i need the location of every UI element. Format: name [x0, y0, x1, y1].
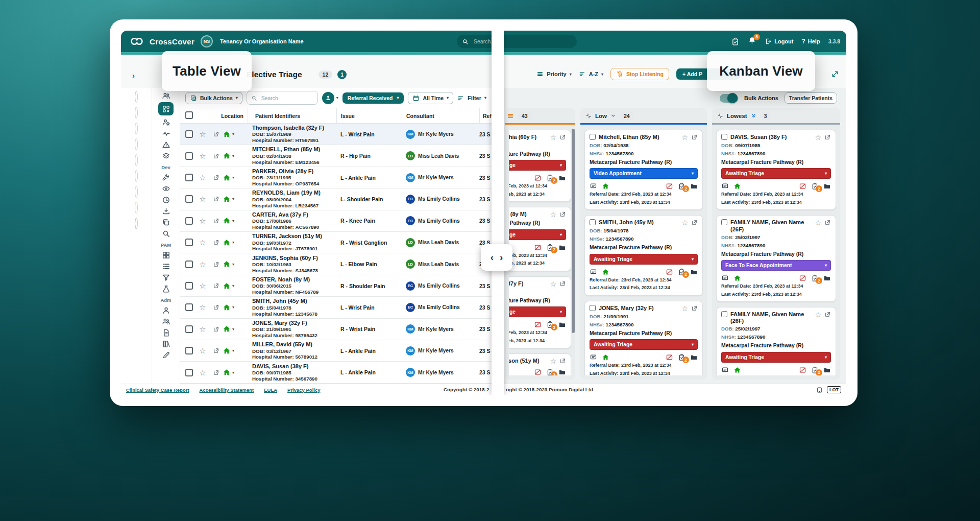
bulk-actions-button[interactable]: Bulk Actions ▾: [185, 92, 242, 104]
table-search[interactable]: [247, 91, 318, 105]
patient-card[interactable]: (37y F) ☆ 0 cture Pathway (R): [509, 276, 571, 348]
status-dropdown[interactable]: Face To Face Appointment ▾: [721, 260, 831, 271]
location-dropdown[interactable]: ▾: [223, 152, 245, 160]
patient-card[interactable]: DAVIS, Susan (38y F) ☆ DOB: 09/07/1985 N…: [716, 130, 836, 210]
star-icon[interactable]: ☆: [199, 260, 206, 268]
location-dropdown[interactable]: ▾: [223, 260, 245, 268]
library-icon[interactable]: [162, 338, 170, 349]
star-icon[interactable]: ☆: [550, 134, 556, 141]
activity-icon[interactable]: [158, 128, 174, 139]
team-icon[interactable]: [162, 316, 170, 327]
attachments-clipboard[interactable]: 2: [811, 182, 819, 190]
row-checkbox[interactable]: [185, 195, 193, 203]
column-scrollbar[interactable]: [572, 129, 575, 333]
avatar-item[interactable]: [134, 202, 139, 214]
folder-icon[interactable]: [558, 368, 566, 375]
home-icon[interactable]: [602, 268, 609, 276]
row-checkbox[interactable]: [185, 325, 193, 333]
row-checkbox[interactable]: [185, 217, 193, 225]
avatar-item[interactable]: [134, 186, 139, 198]
star-icon[interactable]: ☆: [199, 282, 206, 290]
attachments-clipboard[interactable]: 2: [546, 368, 554, 375]
user-settings-icon[interactable]: [158, 116, 174, 128]
avatar-item[interactable]: [134, 170, 139, 182]
stop-listening-button[interactable]: Stop Listening: [610, 68, 669, 80]
no-photo-icon[interactable]: [666, 268, 673, 276]
status-dropdown[interactable]: Awaiting Triage ▾: [721, 352, 831, 363]
row-checkbox[interactable]: [185, 130, 193, 138]
attachments-clipboard[interactable]: 2: [546, 174, 554, 182]
location-dropdown[interactable]: ▾: [223, 325, 245, 333]
home-icon[interactable]: [733, 182, 741, 190]
kanban-column-header[interactable]: Low 24: [580, 108, 707, 125]
home-icon[interactable]: [733, 366, 741, 374]
open-patient-icon[interactable]: [213, 153, 219, 159]
grid-icon[interactable]: [162, 249, 170, 260]
patient-card[interactable]: kson (51y M) ☆: [509, 353, 571, 375]
star-icon[interactable]: ☆: [550, 358, 556, 365]
patient-card[interactable]: FAMILY NAME, Given Name (26F) ☆ DOB: 25/…: [716, 307, 836, 375]
funnel-icon[interactable]: [162, 272, 170, 283]
star-icon[interactable]: ☆: [815, 311, 821, 318]
document-icon[interactable]: [162, 327, 170, 338]
no-photo-icon[interactable]: [534, 321, 542, 328]
folder-icon[interactable]: [558, 321, 566, 328]
layers-icon[interactable]: [158, 150, 174, 161]
no-photo-icon[interactable]: [799, 182, 806, 190]
select-all-checkbox[interactable]: [185, 111, 193, 119]
history-icon[interactable]: [162, 194, 170, 205]
users-icon[interactable]: [158, 90, 174, 101]
star-icon[interactable]: ☆: [199, 303, 206, 311]
status-dropdown[interactable]: Awaiting Triage ▾: [590, 339, 698, 350]
all-time-dropdown[interactable]: All Time ▾: [408, 92, 453, 104]
star-icon[interactable]: ☆: [550, 211, 556, 218]
open-patient-icon[interactable]: [559, 211, 566, 218]
card-checkbox[interactable]: [590, 219, 596, 225]
sidebar-collapse-chevron[interactable]: ›: [132, 71, 135, 80]
no-photo-icon[interactable]: [534, 174, 542, 182]
footer-link[interactable]: Accessibility Statement: [200, 387, 254, 393]
kanban-column-header[interactable]: 43: [505, 108, 575, 125]
attachments-clipboard[interactable]: 2: [546, 244, 554, 251]
card-checkbox[interactable]: [721, 219, 727, 225]
referral-received-dropdown[interactable]: Referral Received ▾: [342, 92, 404, 104]
location-dropdown[interactable]: ▾: [223, 282, 245, 290]
notes-icon[interactable]: [590, 182, 597, 190]
transfer-patients-button[interactable]: Transfer Patients: [785, 92, 837, 104]
folder-icon[interactable]: [823, 274, 831, 282]
location-dropdown[interactable]: ▾: [223, 130, 245, 138]
open-patient-icon[interactable]: [213, 326, 219, 333]
open-patient-icon[interactable]: [213, 369, 219, 376]
open-patient-icon[interactable]: [691, 219, 698, 226]
patient-card[interactable]: JONES, Mary (32y F) ☆ DOB: 21/09/1991 NH…: [584, 301, 703, 375]
open-patient-icon[interactable]: [691, 305, 698, 312]
attachments-clipboard[interactable]: 2: [678, 182, 685, 190]
comparison-slider-handle[interactable]: ‹ ›: [481, 244, 512, 271]
star-icon[interactable]: ☆: [199, 239, 206, 246]
user-icon[interactable]: [162, 304, 170, 316]
star-icon[interactable]: ☆: [199, 174, 206, 181]
location-dropdown[interactable]: ▾: [223, 368, 245, 376]
row-checkbox[interactable]: [185, 152, 193, 160]
row-checkbox[interactable]: [185, 260, 193, 268]
notes-icon[interactable]: [721, 274, 729, 282]
location-dropdown[interactable]: ▾: [223, 239, 245, 247]
location-dropdown[interactable]: ▾: [223, 195, 245, 203]
no-photo-icon[interactable]: [666, 182, 673, 190]
collapse-icon[interactable]: [585, 113, 592, 119]
open-patient-icon[interactable]: [824, 219, 831, 226]
attachments-clipboard[interactable]: 2: [811, 366, 819, 374]
open-patient-icon[interactable]: [691, 134, 698, 140]
card-checkbox[interactable]: [590, 134, 596, 140]
location-dropdown[interactable]: ▾: [223, 174, 245, 182]
star-icon[interactable]: ☆: [681, 219, 688, 226]
patient-card[interactable]: phia (60y F) ☆ 0 cture Pathway (R): [509, 130, 571, 202]
star-icon[interactable]: ☆: [199, 130, 206, 138]
comparison-divider[interactable]: [492, 31, 504, 395]
status-dropdown[interactable]: Awaiting Triage ▾: [721, 168, 831, 179]
open-patient-icon[interactable]: [213, 304, 219, 311]
attachments-clipboard[interactable]: 2: [678, 268, 685, 276]
open-patient-icon[interactable]: [213, 218, 219, 224]
home-icon[interactable]: [733, 274, 741, 282]
star-icon[interactable]: ☆: [681, 134, 688, 141]
